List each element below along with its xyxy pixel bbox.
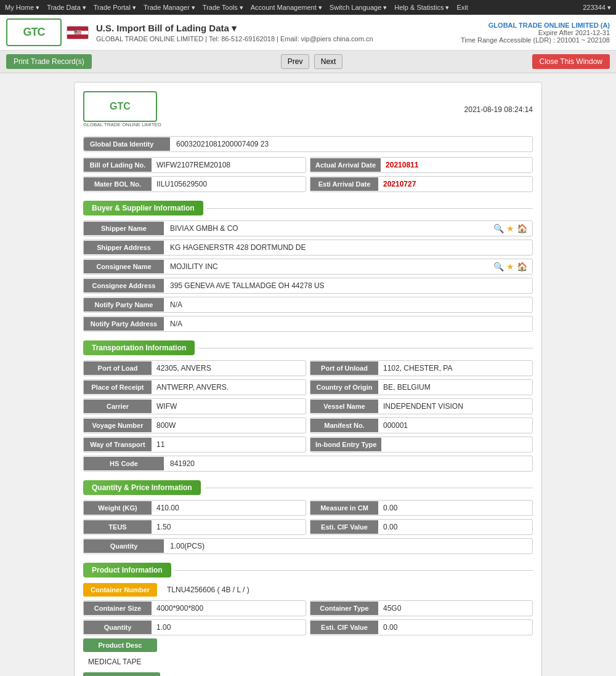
quantity-price-line <box>205 488 533 488</box>
prod-quantity-label: Quantity <box>84 621 152 634</box>
quantity-price-section-header: Quantity & Price Information <box>83 480 533 495</box>
consignee-star-icon[interactable]: ★ <box>506 262 514 272</box>
port-of-load-item: Port of Load 42305, ANVERS <box>83 360 306 376</box>
hs-code-row: HS Code 841920 <box>83 456 533 472</box>
account-expire: Expire After 2021-12-31 <box>461 29 610 36</box>
weight-kg-label: Weight (KG) <box>84 501 152 515</box>
consignee-address-value: 395 GENEVA AVE TALLMADGE OH 44278 US <box>164 278 532 293</box>
container-type-item: Container Type 45G0 <box>310 600 533 616</box>
nav-trade-data[interactable]: Trade Data ▾ <box>47 4 86 12</box>
next-button-top[interactable]: Next <box>314 54 343 69</box>
place-of-receipt-item: Place of Receipt ANTWERP, ANVERS. <box>83 379 306 395</box>
container-type-value: 45G0 <box>378 601 532 616</box>
action-bar-top: Print Trade Record(s) Prev Next Close Th… <box>0 50 616 73</box>
nav-account-management[interactable]: Account Management ▾ <box>251 4 322 12</box>
container-size-type-row: Container Size 4000*900*800 Container Ty… <box>83 600 533 616</box>
prod-quantity-value: 1.00 <box>152 620 306 635</box>
doc-logo: GTC <box>83 91 157 122</box>
port-of-unload-label: Port of Unload <box>310 361 378 375</box>
global-data-identity-row: Global Data Identity 6003202108120000740… <box>83 136 533 152</box>
bill-of-lading-no-value: WIFW2107REM20108 <box>152 158 306 172</box>
esti-cif-item: Esti. CIF Value 0.00 <box>310 519 533 535</box>
shipper-search-icon[interactable]: 🔍 <box>493 223 504 233</box>
gdi-label: Global Data Identity <box>84 137 170 151</box>
manifest-no-label: Manifest No. <box>310 419 378 432</box>
measure-in-cm-item: Measure in CM 0.00 <box>310 500 533 516</box>
product-desc-button[interactable]: Product Desc <box>83 638 157 652</box>
esti-cif-label: Esti. CIF Value <box>310 520 378 534</box>
nav-switch-language[interactable]: Switch Language ▾ <box>330 4 387 12</box>
marks-numbers-row: Marks and Numbers <box>83 672 533 676</box>
transportation-title: Transportation Information <box>83 340 195 355</box>
teus-value: 1.50 <box>152 520 306 534</box>
consignee-name-label: Consignee Name <box>84 260 164 273</box>
nav-trade-portal[interactable]: Trade Portal ▾ <box>94 4 136 12</box>
page-subtitle: GLOBAL TRADE ONLINE LIMITED | Tel: 86-51… <box>96 35 461 42</box>
nav-buttons-top: Prev Next <box>280 54 344 69</box>
teus-item: TEUS 1.50 <box>83 519 306 535</box>
shipper-name-label: Shipper Name <box>84 222 164 235</box>
measure-in-cm-label: Measure in CM <box>310 501 378 515</box>
nav-trade-manager[interactable]: Trade Manager ▾ <box>144 4 195 12</box>
product-desc-row: Product Desc <box>83 638 533 652</box>
container-size-value: 4000*900*800 <box>152 601 306 616</box>
product-title: Product Information <box>83 563 171 577</box>
nav-trade-tools[interactable]: Trade Tools ▾ <box>203 4 243 12</box>
container-size-item: Container Size 4000*900*800 <box>83 600 306 616</box>
buyer-supplier-line <box>207 208 533 209</box>
prev-button-top[interactable]: Prev <box>281 54 310 69</box>
close-button-top[interactable]: Close This Window <box>532 54 610 69</box>
esti-arrival-date-item: Esti Arrival Date 20210727 <box>310 176 533 192</box>
print-button-top[interactable]: Print Trade Record(s) <box>6 54 92 69</box>
vessel-name-label: Vessel Name <box>310 400 378 413</box>
consignee-name-value: MOJILITY INC <box>164 259 493 274</box>
nav-my-home[interactable]: My Home ▾ <box>5 4 39 12</box>
consignee-address-row: Consignee Address 395 GENEVA AVE TALLMAD… <box>83 278 533 294</box>
port-of-unload-value: 1102, CHESTER, PA <box>378 361 532 376</box>
container-number-button[interactable]: Container Number <box>83 583 157 597</box>
manifest-no-value: 000001 <box>378 418 532 433</box>
doc-logo-subtitle: GLOBAL TRADE ONLINE LIMITED <box>83 122 161 127</box>
weight-kg-value: 410.00 <box>152 501 306 515</box>
port-of-load-label: Port of Load <box>84 361 152 375</box>
consignee-search-icon[interactable]: 🔍 <box>493 262 504 272</box>
in-bond-entry-type-label: In-bond Entry Type <box>310 438 381 451</box>
marks-and-numbers-button[interactable]: Marks and Numbers <box>83 672 160 676</box>
shipper-address-value: KG HAGENERSTR 428 DORTMUND DE <box>164 240 532 255</box>
consignee-home-icon[interactable]: 🏠 <box>517 262 527 272</box>
actual-arrival-date-label: Actual Arrival Date <box>310 158 381 172</box>
bill-of-lading-no-item: Bill of Lading No. WIFW2107REM20108 <box>83 157 306 173</box>
qp-quantity-row: Quantity 1.00(PCS) <box>83 538 533 554</box>
consignee-address-label: Consignee Address <box>84 279 164 292</box>
vessel-name-value: INDEPENDENT VISION <box>378 399 532 414</box>
way-of-transport-item: Way of Transport 11 <box>83 437 306 453</box>
container-number-row: Container Number TLNU4256606 ( 4B / L / … <box>83 582 533 597</box>
nav-exit[interactable]: Exit <box>456 4 468 12</box>
shipper-name-value: BIVIAX GMBH & CO <box>164 221 493 236</box>
top-nav: My Home ▾ Trade Data ▾ Trade Portal ▾ Tr… <box>0 0 616 15</box>
mater-bol-no-label: Mater BOL No. <box>84 177 152 191</box>
actual-arrival-date-value: 20210811 <box>381 158 532 172</box>
shipper-address-row: Shipper Address KG HAGENERSTR 428 DORTMU… <box>83 239 533 256</box>
buyer-supplier-section-header: Buyer & Supplier Information <box>83 201 533 215</box>
header-title-block: U.S. Import Bill of Lading Data ▾ GLOBAL… <box>89 23 461 42</box>
manifest-no-item: Manifest No. 000001 <box>310 417 533 433</box>
consignee-icons: 🔍 ★ 🏠 <box>493 262 532 272</box>
container-number-value: TLNU4256606 ( 4B / L / ) <box>162 582 533 597</box>
mater-bol-row: Mater BOL No. IILU105629500 Esti Arrival… <box>83 176 533 192</box>
qp-quantity-label: Quantity <box>84 539 164 553</box>
top-nav-links: My Home ▾ Trade Data ▾ Trade Portal ▾ Tr… <box>5 4 468 12</box>
nav-help-statistics[interactable]: Help & Statistics ▾ <box>394 4 449 12</box>
carrier-item: Carrier WIFW <box>83 398 306 414</box>
shipper-star-icon[interactable]: ★ <box>506 223 514 233</box>
shipper-home-icon[interactable]: 🏠 <box>517 223 527 233</box>
gdi-value: 60032021081200007409 23 <box>170 137 275 151</box>
flag-selector[interactable]: 🇺🇸 <box>67 26 89 39</box>
header-logo-area: GTC 🇺🇸 <box>6 18 89 46</box>
way-of-transport-value: 11 <box>152 437 306 452</box>
teus-label: TEUS <box>84 520 152 534</box>
teus-cif-row: TEUS 1.50 Esti. CIF Value 0.00 <box>83 519 533 535</box>
user-id[interactable]: 223344 ▾ <box>583 4 611 12</box>
esti-arrival-date-label: Esti Arrival Date <box>310 177 378 191</box>
shipper-icons: 🔍 ★ 🏠 <box>493 223 532 233</box>
